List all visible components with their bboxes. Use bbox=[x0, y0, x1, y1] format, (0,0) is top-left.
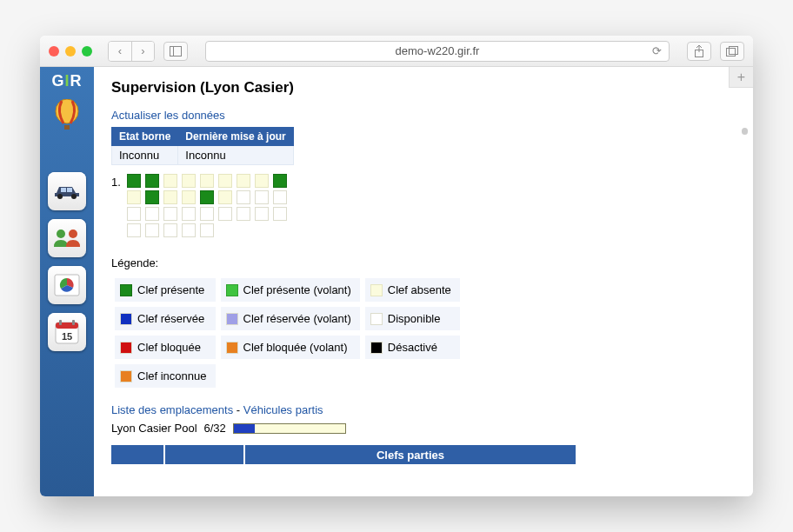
slot-green[interactable] bbox=[200, 190, 214, 204]
legend-item: Clef réservée bbox=[113, 305, 217, 332]
refresh-link[interactable]: Actualiser les données bbox=[111, 109, 225, 122]
locations-link[interactable]: Liste des emplacements bbox=[111, 403, 233, 416]
state-header-borne: Etat borne bbox=[112, 128, 178, 146]
legend-label: Clef présente (volant) bbox=[243, 283, 351, 296]
slot-white[interactable] bbox=[218, 207, 232, 221]
slot-ivory[interactable] bbox=[163, 190, 177, 204]
bottom-header-row: Clefs parties bbox=[111, 445, 736, 464]
slot-white[interactable] bbox=[273, 207, 287, 221]
legend-label: Désactivé bbox=[388, 341, 437, 354]
slot-ivory[interactable] bbox=[182, 174, 196, 188]
share-button[interactable] bbox=[687, 42, 711, 61]
state-table: Etat borne Dernière mise à jour Inconnu … bbox=[111, 127, 294, 165]
slot-ivory[interactable] bbox=[218, 174, 232, 188]
slot-white[interactable] bbox=[182, 223, 196, 237]
slot-ivory[interactable] bbox=[255, 174, 269, 188]
bottom-col-keys: Clefs parties bbox=[245, 445, 576, 464]
url-text: demo-w220.gir.fr bbox=[396, 44, 480, 57]
slot-green[interactable] bbox=[145, 190, 159, 204]
slot-white[interactable] bbox=[163, 207, 177, 221]
swatch-lightgreen bbox=[226, 284, 238, 296]
slot-white[interactable] bbox=[255, 207, 269, 221]
pool-bar bbox=[233, 423, 346, 434]
legend-item: Clef réservée (volant) bbox=[219, 305, 362, 332]
legend-item: Clef absente bbox=[363, 276, 462, 303]
pool-name: Lyon Casier Pool bbox=[111, 422, 197, 435]
slot-green[interactable] bbox=[145, 174, 159, 188]
legend-title: Légende: bbox=[111, 256, 736, 269]
tabs-button[interactable] bbox=[720, 42, 744, 61]
slot-white[interactable] bbox=[273, 190, 287, 204]
svg-rect-5 bbox=[730, 46, 738, 54]
slot-white[interactable] bbox=[255, 190, 269, 204]
slot-white[interactable] bbox=[145, 207, 159, 221]
slot-ivory[interactable] bbox=[218, 190, 232, 204]
legend-label: Clef inconnue bbox=[137, 369, 207, 382]
close-icon[interactable] bbox=[49, 46, 59, 57]
slot-ivory[interactable] bbox=[163, 174, 177, 188]
bottom-col-2 bbox=[165, 445, 243, 464]
legend-item: Clef bloquée (volant) bbox=[219, 334, 362, 361]
swatch-green bbox=[120, 284, 132, 296]
slot-white[interactable] bbox=[237, 207, 250, 221]
slot-ivory[interactable] bbox=[237, 174, 250, 188]
slot-white[interactable] bbox=[145, 223, 159, 237]
traffic-lights bbox=[49, 46, 92, 57]
pool-fill bbox=[234, 424, 255, 433]
address-bar[interactable]: demo-w220.gir.fr ⟳ bbox=[205, 41, 670, 62]
swatch-black bbox=[370, 342, 383, 354]
slot-ivory[interactable] bbox=[200, 174, 214, 188]
slot-white[interactable] bbox=[200, 207, 214, 221]
slot-ivory[interactable] bbox=[127, 190, 141, 204]
reload-icon[interactable]: ⟳ bbox=[652, 44, 662, 57]
slot-green[interactable] bbox=[127, 174, 141, 188]
swatch-orange bbox=[226, 342, 238, 354]
slot-ivory[interactable] bbox=[182, 190, 196, 204]
slot-white[interactable] bbox=[237, 190, 250, 204]
share-icon bbox=[694, 45, 704, 57]
legend-label: Clef bloquée bbox=[137, 341, 201, 354]
slot-green[interactable] bbox=[273, 174, 287, 188]
departed-vehicles-link[interactable]: Véhicules partis bbox=[243, 403, 323, 416]
slot-white[interactable] bbox=[127, 223, 141, 237]
slot-white[interactable] bbox=[163, 223, 177, 237]
legend-item: Désactivé bbox=[363, 334, 462, 361]
reports-icon[interactable] bbox=[48, 266, 86, 304]
bottom-col-1 bbox=[111, 445, 163, 464]
legend-item: Disponible bbox=[363, 305, 462, 332]
state-value-borne: Inconnu bbox=[112, 146, 178, 165]
legend-table: Clef présenteClef présente (volant)Clef … bbox=[111, 275, 463, 391]
svg-rect-17 bbox=[59, 320, 62, 325]
legend-label: Clef présente bbox=[137, 283, 204, 296]
zoom-icon[interactable] bbox=[82, 46, 92, 57]
svg-rect-16 bbox=[56, 323, 78, 329]
legend-label: Disponible bbox=[388, 312, 441, 325]
users-icon[interactable] bbox=[48, 219, 86, 257]
forward-button[interactable]: › bbox=[131, 42, 154, 61]
slot-grid bbox=[127, 174, 289, 237]
slot-white[interactable] bbox=[127, 207, 141, 221]
scrollbar[interactable] bbox=[742, 128, 748, 135]
swatch-orange bbox=[120, 370, 132, 382]
pool-count: 6/32 bbox=[204, 422, 226, 435]
vehicles-icon[interactable] bbox=[48, 172, 86, 210]
slot-white[interactable] bbox=[200, 223, 214, 237]
legend-label: Clef réservée (volant) bbox=[243, 312, 351, 325]
svg-rect-7 bbox=[64, 125, 70, 130]
balloon-icon[interactable] bbox=[48, 99, 86, 137]
legend-item: Clef présente (volant) bbox=[219, 276, 362, 303]
slot-white[interactable] bbox=[182, 207, 196, 221]
sidebar-toggle-button[interactable] bbox=[163, 42, 188, 61]
swatch-lilac bbox=[226, 313, 238, 325]
minimize-icon[interactable] bbox=[65, 46, 76, 57]
svg-rect-0 bbox=[170, 46, 182, 56]
svg-point-13 bbox=[69, 229, 77, 238]
svg-point-9 bbox=[71, 194, 77, 199]
state-header-update: Dernière mise à jour bbox=[178, 128, 293, 146]
swatch-white bbox=[370, 313, 383, 325]
legend-item: Clef bloquée bbox=[113, 334, 217, 361]
app-logo[interactable]: GIR bbox=[51, 72, 82, 90]
back-button[interactable]: ‹ bbox=[109, 42, 131, 61]
calendar-icon[interactable]: 15 bbox=[48, 313, 86, 351]
svg-rect-10 bbox=[61, 188, 66, 192]
